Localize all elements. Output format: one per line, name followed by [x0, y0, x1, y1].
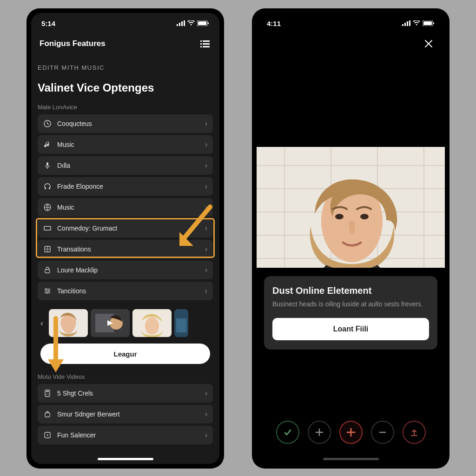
highlighted-rows: Conmedoy: Grumact› Transations› — [38, 219, 213, 258]
feature-label: Cooqucteus — [57, 120, 205, 127]
chevron-right-icon: › — [205, 389, 207, 397]
chevron-right-icon: › — [205, 245, 207, 253]
feature-row[interactable]: Smur Sdnger Berwert› — [38, 405, 213, 423]
sheet-title: Dust Online Eletement — [272, 285, 429, 296]
svg-rect-35 — [46, 391, 49, 392]
svg-rect-9 — [200, 43, 202, 45]
feature-row[interactable]: Cooqucteus› — [38, 114, 213, 133]
feature-label: Loure Macklip — [57, 266, 205, 274]
phone-right: 4:11 — [252, 8, 450, 469]
feature-row[interactable]: Transations› — [38, 240, 213, 258]
page-title: Valinet Vice Optenges — [38, 81, 213, 94]
svg-rect-14 — [46, 162, 48, 166]
feature-row[interactable]: Music› — [38, 135, 213, 154]
section-label-2: Moto Vide Videos — [38, 373, 213, 380]
status-icons — [402, 20, 435, 26]
svg-rect-5 — [198, 21, 206, 25]
feature-row[interactable]: Fun Salencer› — [38, 426, 213, 444]
status-bar: 4:11 — [257, 13, 445, 33]
svg-point-23 — [46, 292, 48, 294]
svg-rect-10 — [203, 43, 210, 45]
svg-rect-20 — [45, 270, 50, 273]
accept-button[interactable] — [276, 421, 299, 444]
chevron-right-icon: › — [205, 140, 207, 149]
chevron-right-icon: › — [205, 287, 207, 295]
minus-button[interactable] — [371, 421, 394, 444]
svg-point-37 — [48, 393, 49, 394]
strip-prev[interactable]: ‹ — [38, 309, 46, 337]
feature-row[interactable]: Conmedoy: Grumact› — [38, 219, 213, 238]
upload-icon — [410, 428, 418, 436]
svg-rect-6 — [208, 22, 209, 24]
pill-wrap: Leagur — [38, 344, 213, 364]
thumbnail-image — [174, 309, 188, 337]
feature-row[interactable]: Tancitions› — [38, 282, 213, 300]
svg-rect-44 — [404, 23, 406, 26]
square-dot-icon — [43, 431, 52, 439]
svg-rect-3 — [184, 20, 185, 26]
plus-icon — [346, 427, 356, 437]
thumbnail-image — [91, 309, 130, 337]
feature-label: Tancitions — [57, 287, 205, 295]
sheet-body: Businect heads is oiling luside at aulto… — [272, 300, 429, 309]
feature-label: Frade Eloponce — [57, 183, 205, 190]
signal-icon — [402, 20, 410, 26]
primary-button[interactable]: Leagur — [40, 344, 210, 364]
svg-rect-2 — [181, 21, 183, 26]
list-icon[interactable] — [199, 38, 211, 50]
add-button[interactable] — [308, 421, 331, 444]
status-time: 5:14 — [41, 20, 55, 27]
svg-rect-1 — [179, 23, 180, 26]
feature-label: Transations — [57, 245, 205, 253]
feature-row[interactable]: Loure Macklip› — [38, 261, 213, 279]
feature-row[interactable]: Frade Eloponce› — [38, 177, 213, 196]
svg-rect-43 — [402, 24, 403, 26]
check-icon — [283, 428, 292, 437]
thumbnail[interactable] — [49, 309, 88, 337]
lock-icon — [43, 266, 52, 274]
reject-button[interactable] — [339, 421, 363, 444]
globe-icon — [43, 203, 52, 212]
grid-icon — [43, 245, 52, 253]
thumbnail[interactable] — [91, 309, 130, 337]
feature-row[interactable]: Dılla› — [38, 156, 213, 175]
feature-label: 5 Shgt Crels — [57, 390, 205, 397]
phone-inner-right: 4:11 — [257, 13, 445, 464]
chevron-right-icon: › — [205, 203, 207, 212]
sheet-cta-button[interactable]: Loant Fiili — [272, 318, 429, 340]
feature-label: Dılla — [57, 162, 205, 169]
svg-point-38 — [46, 394, 47, 395]
feature-label: Music — [57, 141, 205, 148]
svg-rect-18 — [44, 226, 51, 230]
thumbnail[interactable] — [174, 309, 188, 337]
calc-icon — [43, 389, 52, 397]
svg-point-31 — [145, 317, 159, 335]
chevron-right-icon: › — [205, 266, 207, 274]
svg-rect-15 — [45, 187, 46, 189]
chevron-right-icon: › — [205, 224, 207, 232]
svg-rect-33 — [176, 318, 186, 332]
thumbnail[interactable] — [132, 309, 172, 337]
close-icon[interactable] — [423, 38, 435, 50]
thumbnail-image — [132, 309, 172, 337]
feature-row[interactable]: Music› — [38, 198, 213, 217]
svg-rect-0 — [177, 24, 178, 26]
svg-rect-46 — [409, 20, 410, 26]
video-preview[interactable] — [257, 147, 445, 268]
feature-row[interactable]: 5 Shgt Crels› — [38, 384, 213, 403]
svg-rect-45 — [407, 21, 408, 26]
headphones-icon — [43, 182, 52, 191]
thumbnail-image — [49, 309, 88, 337]
svg-point-21 — [46, 289, 47, 290]
header: Fonigus Features — [31, 33, 219, 54]
upload-button[interactable] — [403, 421, 426, 444]
home-indicator — [323, 458, 379, 460]
phone-inner-left: 5:14 Fonigus Features EDITR MITH MUSIC V… — [31, 13, 219, 464]
chevron-right-icon: › — [205, 410, 207, 418]
status-icons — [177, 20, 209, 26]
plus-icon — [315, 428, 324, 436]
header-title: Fonigus Features — [40, 39, 106, 48]
feature-label: Fun Salencer — [57, 431, 205, 439]
clock-icon — [43, 119, 52, 128]
preview-image — [257, 147, 445, 268]
